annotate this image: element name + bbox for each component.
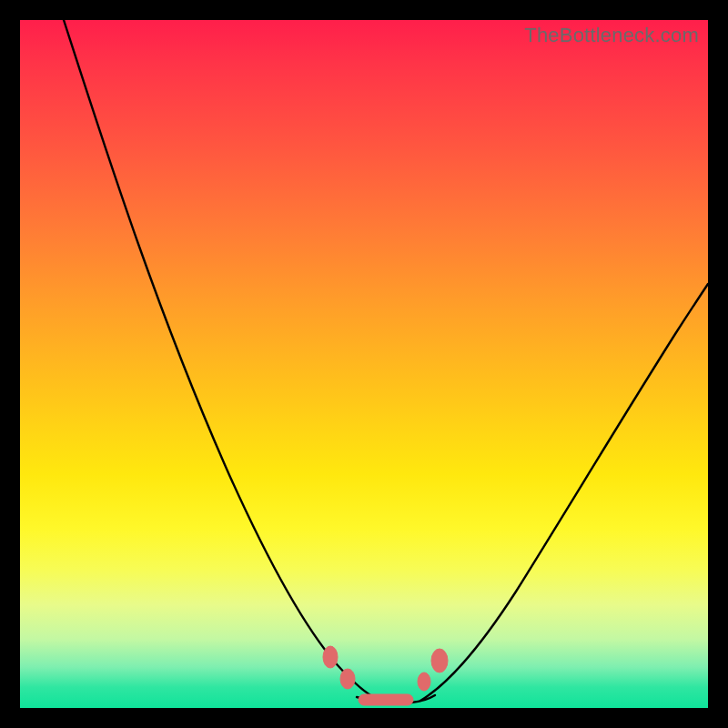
left-branch (64, 20, 377, 699)
trough-pill (359, 694, 413, 705)
curve-layer (20, 20, 708, 708)
right-lower-dot (418, 672, 430, 691)
left-lower-dot (340, 669, 355, 689)
chart-frame: TheBottleneck.com (0, 0, 728, 728)
left-upper-dot (323, 646, 338, 668)
right-branch (420, 284, 708, 701)
right-upper-dot (431, 649, 448, 672)
plot-area: TheBottleneck.com (20, 20, 708, 708)
